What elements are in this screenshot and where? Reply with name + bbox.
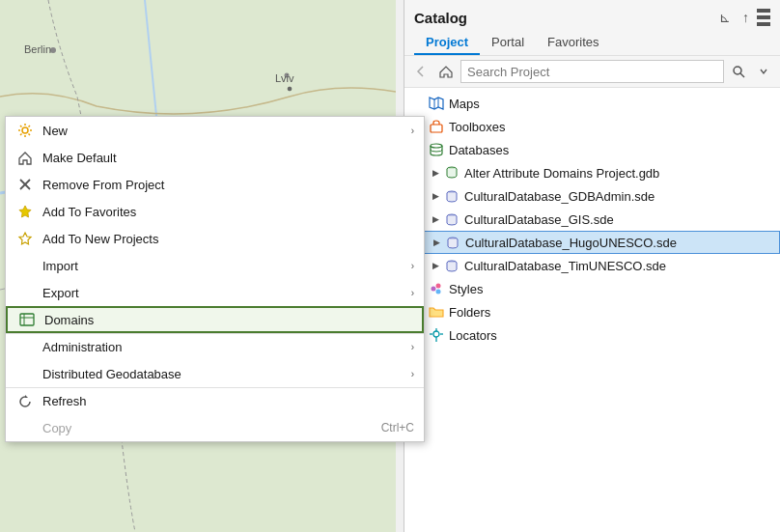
tab-portal[interactable]: Portal	[480, 31, 536, 55]
catalog-title-row: Catalog ⊾ ↑	[414, 8, 770, 27]
tree-item-cultural-gis[interactable]: ▶ CulturalDatabase_GIS.sde	[404, 208, 780, 231]
sde-icon-hugo	[444, 234, 461, 251]
x-icon	[15, 175, 35, 194]
menu-item-export[interactable]: Export ›	[6, 279, 424, 306]
distributed-icon	[15, 364, 35, 383]
svg-point-39	[436, 290, 441, 294]
menu-item-distributed[interactable]: Distributed Geodatabase ›	[6, 360, 424, 387]
toolbox-icon	[428, 118, 445, 135]
expand-alter-attr: ▶	[428, 165, 443, 181]
catalog-header: Catalog ⊾ ↑ Project Portal Favorites	[404, 0, 780, 56]
catalog-unpin-icon[interactable]: ↑	[738, 8, 753, 27]
search-button[interactable]	[728, 61, 749, 82]
svg-line-13	[20, 126, 22, 127]
tree-item-alter-attr[interactable]: ▶ Alter Attribute Domains Project.gdb	[404, 161, 780, 184]
catalog-title: Catalog	[414, 10, 467, 26]
menu-item-administration[interactable]: Administration ›	[6, 333, 424, 360]
tree-toolboxes-label: Toolboxes	[449, 120, 506, 134]
expand-maps	[412, 96, 428, 111]
catalog-pin-icon[interactable]: ⊾	[715, 8, 735, 27]
menu-item-import[interactable]: Import ›	[6, 252, 424, 279]
tree-item-cultural-gdba[interactable]: ▶ CulturalDatabase_GDBAdmin.sde	[404, 184, 780, 208]
tab-project[interactable]: Project	[414, 31, 480, 55]
home-button[interactable]	[435, 61, 457, 82]
sde-icon-tim	[443, 257, 460, 274]
sun-icon	[15, 121, 35, 140]
tree-item-toolboxes[interactable]: Toolboxes	[404, 115, 780, 138]
tree-folders-label: Folders	[449, 305, 490, 320]
menu-make-default-label: Make Default	[42, 151, 414, 165]
svg-point-31	[431, 144, 442, 148]
catalog-tree: Maps Toolboxes ▼ Databases ▶ Alter Attri…	[404, 88, 780, 532]
export-icon	[15, 283, 35, 302]
tree-item-folders[interactable]: Folders	[404, 300, 780, 323]
map-label-lviv: Lviv	[275, 72, 294, 84]
tree-item-databases[interactable]: ▼ Databases	[404, 138, 780, 161]
svg-rect-30	[431, 125, 442, 132]
svg-point-40	[433, 331, 439, 337]
context-menu: New › Make Default Remove From Project A…	[5, 116, 425, 442]
svg-marker-24	[25, 395, 28, 398]
tree-cultural-hugo-label: CulturalDatabase_HugoUNESCO.sde	[465, 236, 677, 250]
tree-item-maps[interactable]: Maps	[404, 92, 780, 115]
locator-icon	[428, 326, 445, 344]
tree-cultural-gis-label: CulturalDatabase_GIS.sde	[464, 212, 614, 227]
tree-item-locators[interactable]: Locators	[404, 323, 780, 347]
catalog-tabs: Project Portal Favorites	[414, 31, 770, 55]
expand-cultural-gis: ▶	[428, 211, 443, 227]
folder-icon	[428, 303, 445, 321]
back-button[interactable]	[410, 61, 432, 82]
import-icon	[15, 256, 35, 275]
tree-item-cultural-hugo[interactable]: ▶ CulturalDatabase_HugoUNESCO.sde	[404, 231, 780, 254]
svg-line-15	[29, 126, 31, 127]
svg-point-37	[432, 287, 436, 292]
tab-favorites[interactable]: Favorites	[536, 31, 610, 55]
menu-copy-label: Copy	[42, 421, 381, 435]
catalog-panel: Catalog ⊾ ↑ Project Portal Favorites	[404, 0, 780, 532]
export-arrow-icon: ›	[411, 288, 414, 298]
styles-icon	[428, 280, 445, 297]
menu-item-copy[interactable]: Copy Ctrl+C	[6, 414, 424, 441]
svg-point-8	[22, 127, 28, 133]
svg-line-16	[20, 134, 22, 136]
catalog-toolbar	[404, 56, 780, 88]
menu-new-label: New	[42, 124, 411, 138]
svg-point-25	[734, 67, 741, 74]
catalog-menu-icon[interactable]	[757, 9, 770, 26]
tree-maps-label: Maps	[449, 97, 480, 111]
menu-item-remove[interactable]: Remove From Project	[6, 171, 424, 198]
menu-item-domains[interactable]: Domains	[6, 306, 424, 333]
search-box	[460, 60, 724, 83]
import-arrow-icon: ›	[411, 261, 414, 271]
dropdown-button[interactable]	[753, 61, 774, 82]
tree-item-cultural-tim[interactable]: ▶ CulturalDatabase_TimUNESCO.sde	[404, 254, 780, 277]
menu-add-new-projects-label: Add To New Projects	[42, 232, 414, 246]
gdb-icon	[443, 164, 460, 182]
menu-item-add-new-projects[interactable]: Add To New Projects	[6, 225, 424, 252]
refresh-icon	[15, 392, 35, 411]
tree-cultural-tim-label: CulturalDatabase_TimUNESCO.sde	[464, 259, 666, 273]
tree-styles-label: Styles	[449, 282, 483, 296]
tree-cultural-gdba-label: CulturalDatabase_GDBAdmin.sde	[464, 189, 655, 204]
tree-alter-attr-label: Alter Attribute Domains Project.gdb	[464, 166, 659, 181]
search-input[interactable]	[467, 65, 717, 79]
menu-item-add-favorites[interactable]: Add To Favorites	[6, 198, 424, 225]
svg-marker-27	[430, 98, 443, 109]
expand-cultural-hugo: ▶	[429, 235, 444, 250]
menu-distributed-label: Distributed Geodatabase	[42, 367, 411, 381]
svg-point-38	[436, 284, 441, 289]
svg-marker-20	[19, 233, 31, 244]
tree-locators-label: Locators	[449, 328, 497, 343]
menu-administration-label: Administration	[42, 340, 411, 354]
svg-point-4	[288, 87, 292, 91]
menu-export-label: Export	[42, 286, 411, 300]
menu-remove-label: Remove From Project	[42, 178, 414, 192]
expand-cultural-tim: ▶	[428, 258, 443, 273]
tree-item-styles[interactable]: Styles	[404, 277, 780, 300]
menu-domains-label: Domains	[44, 313, 412, 327]
copy-icon	[15, 418, 35, 437]
menu-item-new[interactable]: New ›	[6, 117, 424, 144]
menu-item-refresh[interactable]: Refresh	[6, 387, 424, 414]
menu-item-make-default[interactable]: Make Default	[6, 144, 424, 171]
map-icon	[428, 95, 445, 112]
